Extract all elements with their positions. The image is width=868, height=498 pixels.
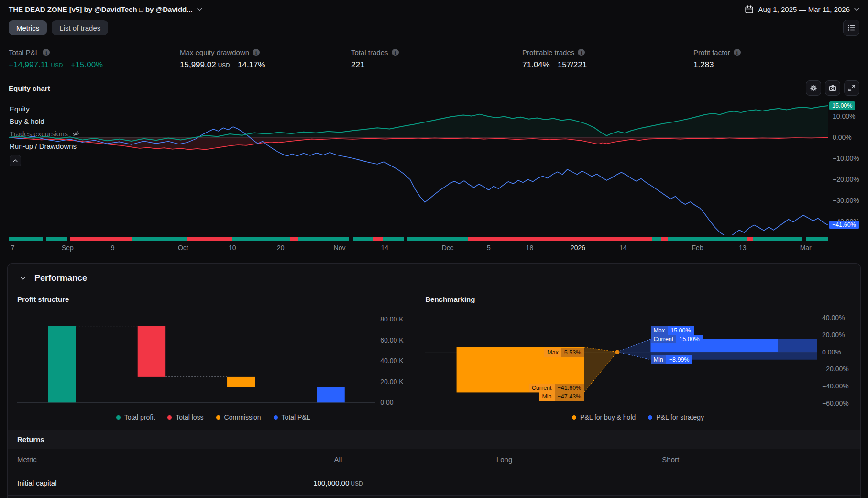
info-icon[interactable]: i: [253, 49, 260, 56]
x-axis-tick: 7: [11, 244, 15, 252]
legend-item-buy-and-hold[interactable]: Buy & hold: [10, 115, 79, 127]
y-axis-tick: 20.00 K: [380, 378, 403, 386]
metric-label: Max equity drawdown: [180, 48, 249, 56]
performance-header: Performance: [8, 264, 860, 288]
profit-structure-chart[interactable]: [17, 311, 375, 407]
series-value-badge: 15.00%: [829, 101, 855, 110]
benchmarking-legend: P&L for buy & holdP&L for strategy: [425, 413, 851, 421]
stat-chip-max: Max5.53%: [544, 348, 584, 357]
period-bar: [232, 237, 290, 241]
x-axis-tick: 10: [229, 244, 236, 252]
period-performance-strip: [9, 237, 828, 241]
period-bar: [290, 237, 298, 241]
x-axis-tick: Nov: [334, 244, 346, 252]
legend-item: P&L for buy & hold: [572, 413, 636, 421]
date-range-picker[interactable]: Aug 1, 2025 — Mar 11, 2026: [745, 5, 859, 14]
equity-chart-legend: Equity Buy & hold Trades excursions Run-…: [10, 102, 79, 152]
period-bar: [373, 237, 383, 241]
x-axis-tick: Mar: [800, 244, 812, 252]
info-icon[interactable]: i: [392, 49, 399, 56]
info-icon[interactable]: i: [734, 49, 741, 56]
x-axis-tick: 20: [277, 244, 285, 252]
metric-value: 71.04%: [522, 60, 550, 70]
period-bar: [383, 237, 405, 241]
y-axis-tick: 60.00 K: [380, 336, 403, 344]
metric-max-equity-drawdown: Max equity drawdowni 15,999.02USD14.17%: [180, 48, 351, 70]
performance-charts: Profit structure 80.00 K60.00 K40.00 K20…: [8, 288, 860, 430]
x-axis-tick: 2026: [571, 244, 585, 252]
y-axis-tick: −40.00%: [822, 382, 849, 390]
chart-maximize-button[interactable]: [844, 80, 859, 96]
metric-profitable-trades: Profitable tradesi 71.04%157/221: [522, 48, 693, 70]
metric-value: 1.283: [693, 60, 714, 70]
legend-item-equity[interactable]: Equity: [10, 102, 79, 115]
metric-label: Profitable trades: [522, 48, 574, 56]
convergence-dot: [615, 350, 619, 354]
tab-metrics[interactable]: Metrics: [9, 20, 47, 35]
y-axis-tick: 20.00%: [822, 331, 845, 339]
collapse-performance-button[interactable]: [17, 272, 29, 284]
period-bar: [668, 237, 747, 241]
equity-chart-x-axis[interactable]: 7Sep9Oct1020Nov14Dec518202614Feb13Mar: [9, 244, 828, 255]
y-axis-tick: −20.00%: [822, 365, 849, 373]
legend-item-trades-excursions[interactable]: Trades excursions: [10, 127, 79, 140]
performance-title: Performance: [34, 273, 87, 283]
profit-structure-title: Profit structure: [17, 295, 409, 303]
stat-chip-max: Max15.00%: [651, 326, 694, 335]
strategy-title-dropdown[interactable]: THE DEAD ZONE [v5] by @DavidTech □ by @D…: [9, 5, 202, 13]
period-bar: [9, 237, 43, 241]
legend-dot: [572, 415, 576, 420]
row-value-all: 100,000.00USD: [255, 479, 421, 487]
x-axis-tick: Dec: [442, 244, 454, 252]
legend-item: Total profit: [116, 413, 155, 421]
performance-card: Performance Profit structure 80.00 K60.0…: [7, 263, 861, 498]
benchmarking-y-axis: 40.00%20.00%0.00%−20.00%−40.00%−60.00%: [817, 311, 851, 407]
tab-list-of-trades[interactable]: List of trades: [52, 20, 108, 35]
metric-total-trades: Total tradesi 221: [351, 48, 522, 70]
maximize-icon: [848, 84, 856, 92]
chart-settings-button[interactable]: [806, 80, 821, 96]
list-icon: [847, 23, 856, 32]
profit-structure-y-axis: 80.00 K60.00 K40.00 K20.00 K0.00: [375, 311, 409, 407]
period-bar: [652, 237, 662, 241]
chart-snapshot-button[interactable]: [825, 80, 840, 96]
eye-off-icon[interactable]: [72, 130, 79, 137]
metric-label: Total P&L: [9, 48, 39, 56]
period-bar: [802, 237, 807, 241]
y-axis-tick: 0.00: [380, 398, 393, 406]
stat-chip-current: Current15.00%: [651, 335, 703, 343]
metric-label: Profit factor: [693, 48, 730, 56]
period-bar: [132, 237, 187, 241]
profit-structure-panel: Profit structure 80.00 K60.00 K40.00 K20…: [17, 295, 409, 430]
period-bar: [468, 237, 652, 241]
row-metric-label: Initial capital: [8, 479, 255, 487]
legend-item: Total P&L: [274, 413, 310, 421]
legend-item-runup-drawdowns[interactable]: Run-up / Drawdowns: [10, 140, 79, 152]
x-axis-tick: 5: [487, 244, 491, 252]
equity-chart-canvas[interactable]: Equity Buy & hold Trades excursions Run-…: [9, 100, 828, 235]
equity-chart-title: Equity chart: [9, 84, 50, 92]
benchmarking-chart[interactable]: Max5.53%Current−41.60%Min−47.43%Max15.00…: [425, 311, 817, 407]
period-bar: [349, 237, 353, 241]
metric-unit: USD: [218, 62, 230, 69]
metric-value: +14,997.11: [9, 60, 49, 70]
collapse-legend-button[interactable]: [10, 155, 21, 166]
metric-value: 221: [351, 60, 364, 70]
equity-chart: Equity Buy & hold Trades excursions Run-…: [9, 100, 868, 255]
stat-chip-min: Min−8.99%: [651, 355, 692, 364]
report-sections-button[interactable]: [843, 20, 859, 36]
benchmarking-title: Benchmarking: [425, 295, 851, 303]
gear-icon: [810, 84, 817, 92]
summary-metrics: Total P&Li +14,997.11USD+15.00% Max equi…: [0, 39, 868, 74]
legend-dot: [648, 415, 652, 420]
table-row-initial-capital[interactable]: Initial capital 100,000.00USD: [8, 470, 860, 496]
info-icon[interactable]: i: [43, 49, 50, 56]
x-axis-tick: 13: [739, 244, 747, 252]
table-row-open-pnl[interactable]: Open P&L 0USD: [8, 496, 860, 498]
date-range-label: Aug 1, 2025 — Mar 11, 2026: [758, 5, 850, 13]
y-axis-tick: 0.00%: [822, 348, 841, 356]
info-icon[interactable]: i: [578, 49, 585, 56]
y-axis-tick: 80.00 K: [380, 315, 403, 323]
stat-chip-current: Current−41.60%: [529, 384, 584, 392]
equity-chart-y-axis[interactable]: 10.00%0.00%−10.00%−20.00%−30.00%−40.00%1…: [828, 100, 868, 235]
